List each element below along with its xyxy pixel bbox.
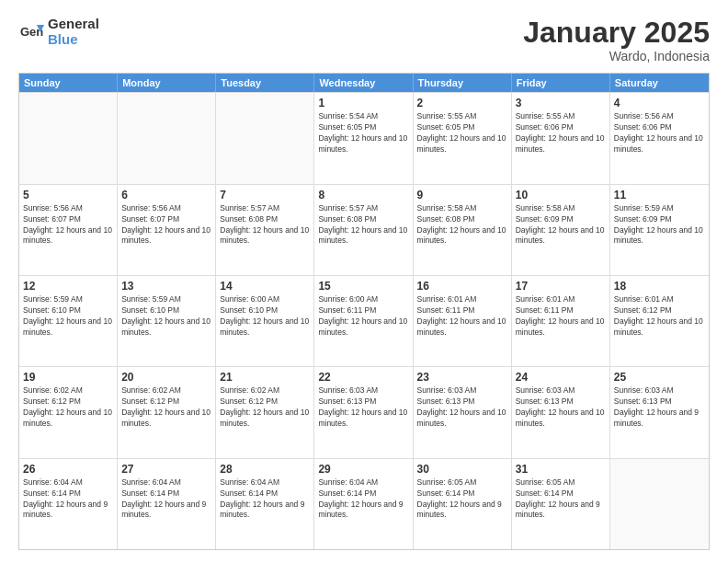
weekday-header: Wednesday [314, 74, 413, 92]
day-number: 16 [417, 279, 507, 293]
day-number: 13 [121, 279, 211, 293]
day-number: 26 [23, 462, 113, 477]
day-info: Sunrise: 6:00 AM Sunset: 6:11 PM Dayligh… [318, 294, 408, 339]
day-cell: 16Sunrise: 6:01 AM Sunset: 6:11 PM Dayli… [414, 276, 512, 366]
calendar-row: 12Sunrise: 5:59 AM Sunset: 6:10 PM Dayli… [19, 275, 709, 366]
day-cell: 23Sunrise: 6:03 AM Sunset: 6:13 PM Dayli… [414, 367, 512, 457]
day-info: Sunrise: 6:01 AM Sunset: 6:11 PM Dayligh… [516, 294, 606, 339]
calendar: SundayMondayTuesdayWednesdayThursdayFrid… [18, 73, 710, 550]
logo-general: General [48, 17, 99, 32]
weekday-header: Thursday [414, 74, 512, 92]
day-number: 6 [121, 188, 211, 202]
day-info: Sunrise: 6:03 AM Sunset: 6:13 PM Dayligh… [417, 385, 507, 430]
empty-cell [610, 459, 709, 549]
day-info: Sunrise: 5:59 AM Sunset: 6:10 PM Dayligh… [121, 294, 211, 339]
day-info: Sunrise: 6:04 AM Sunset: 6:14 PM Dayligh… [318, 477, 408, 522]
day-cell: 25Sunrise: 6:03 AM Sunset: 6:13 PM Dayli… [610, 367, 709, 457]
day-info: Sunrise: 6:04 AM Sunset: 6:14 PM Dayligh… [23, 477, 113, 522]
empty-cell [118, 93, 216, 183]
day-number: 1 [318, 96, 408, 110]
day-cell: 2Sunrise: 5:55 AM Sunset: 6:05 PM Daylig… [414, 93, 512, 183]
day-number: 2 [417, 96, 507, 110]
day-info: Sunrise: 6:02 AM Sunset: 6:12 PM Dayligh… [220, 385, 310, 430]
day-info: Sunrise: 5:57 AM Sunset: 6:08 PM Dayligh… [318, 203, 408, 247]
day-cell: 10Sunrise: 5:58 AM Sunset: 6:09 PM Dayli… [512, 185, 610, 275]
weekday-header: Sunday [19, 74, 118, 92]
day-cell: 29Sunrise: 6:04 AM Sunset: 6:14 PM Dayli… [314, 459, 413, 549]
day-cell: 18Sunrise: 6:01 AM Sunset: 6:12 PM Dayli… [610, 276, 709, 366]
day-info: Sunrise: 5:54 AM Sunset: 6:05 PM Dayligh… [318, 111, 408, 155]
day-cell: 15Sunrise: 6:00 AM Sunset: 6:11 PM Dayli… [314, 276, 413, 366]
day-info: Sunrise: 6:01 AM Sunset: 6:12 PM Dayligh… [614, 294, 705, 339]
day-number: 18 [614, 279, 705, 293]
day-cell: 8Sunrise: 5:57 AM Sunset: 6:08 PM Daylig… [314, 185, 413, 275]
day-number: 27 [121, 462, 211, 477]
day-number: 31 [516, 462, 606, 477]
day-number: 30 [417, 462, 507, 477]
calendar-row: 5Sunrise: 5:56 AM Sunset: 6:07 PM Daylig… [19, 184, 709, 275]
day-number: 14 [220, 279, 310, 293]
day-cell: 24Sunrise: 6:03 AM Sunset: 6:13 PM Dayli… [512, 367, 610, 457]
day-number: 10 [516, 188, 606, 202]
calendar-body: 1Sunrise: 5:54 AM Sunset: 6:05 PM Daylig… [19, 92, 709, 549]
day-number: 23 [417, 370, 507, 385]
day-cell: 27Sunrise: 6:04 AM Sunset: 6:14 PM Dayli… [118, 459, 216, 549]
day-info: Sunrise: 5:56 AM Sunset: 6:06 PM Dayligh… [614, 111, 705, 155]
calendar-row: 26Sunrise: 6:04 AM Sunset: 6:14 PM Dayli… [19, 458, 709, 549]
logo-icon: Gen [18, 19, 44, 45]
day-cell: 19Sunrise: 6:02 AM Sunset: 6:12 PM Dayli… [19, 367, 118, 457]
calendar-row: 19Sunrise: 6:02 AM Sunset: 6:12 PM Dayli… [19, 366, 709, 457]
day-cell: 6Sunrise: 5:56 AM Sunset: 6:07 PM Daylig… [118, 185, 216, 275]
day-cell: 22Sunrise: 6:03 AM Sunset: 6:13 PM Dayli… [314, 367, 413, 457]
weekday-header: Saturday [610, 74, 709, 92]
day-cell: 1Sunrise: 5:54 AM Sunset: 6:05 PM Daylig… [314, 93, 413, 183]
day-info: Sunrise: 5:55 AM Sunset: 6:05 PM Dayligh… [417, 111, 507, 155]
day-number: 17 [516, 279, 606, 293]
day-info: Sunrise: 5:58 AM Sunset: 6:09 PM Dayligh… [516, 203, 606, 247]
day-number: 4 [614, 96, 705, 110]
day-number: 29 [318, 462, 408, 477]
logo-text: General Blue [48, 17, 99, 47]
day-number: 15 [318, 279, 408, 293]
day-info: Sunrise: 6:04 AM Sunset: 6:14 PM Dayligh… [220, 477, 310, 522]
day-number: 28 [220, 462, 310, 477]
empty-cell [216, 93, 314, 183]
day-cell: 14Sunrise: 6:00 AM Sunset: 6:10 PM Dayli… [216, 276, 314, 366]
day-number: 22 [318, 370, 408, 385]
day-cell: 9Sunrise: 5:58 AM Sunset: 6:08 PM Daylig… [414, 185, 512, 275]
day-cell: 4Sunrise: 5:56 AM Sunset: 6:06 PM Daylig… [610, 93, 709, 183]
day-cell: 7Sunrise: 5:57 AM Sunset: 6:08 PM Daylig… [216, 185, 314, 275]
day-cell: 3Sunrise: 5:55 AM Sunset: 6:06 PM Daylig… [512, 93, 610, 183]
day-number: 19 [23, 370, 113, 385]
day-info: Sunrise: 6:02 AM Sunset: 6:12 PM Dayligh… [23, 385, 113, 430]
day-number: 7 [220, 188, 310, 202]
day-info: Sunrise: 6:05 AM Sunset: 6:14 PM Dayligh… [417, 477, 507, 522]
day-cell: 31Sunrise: 6:05 AM Sunset: 6:14 PM Dayli… [512, 459, 610, 549]
day-cell: 12Sunrise: 5:59 AM Sunset: 6:10 PM Dayli… [19, 276, 118, 366]
day-info: Sunrise: 6:03 AM Sunset: 6:13 PM Dayligh… [516, 385, 606, 430]
day-info: Sunrise: 5:57 AM Sunset: 6:08 PM Dayligh… [220, 203, 310, 247]
day-info: Sunrise: 5:55 AM Sunset: 6:06 PM Dayligh… [516, 111, 606, 155]
day-info: Sunrise: 6:03 AM Sunset: 6:13 PM Dayligh… [318, 385, 408, 430]
day-cell: 20Sunrise: 6:02 AM Sunset: 6:12 PM Dayli… [118, 367, 216, 457]
title-block: January 2025 Wardo, Indonesia [523, 17, 710, 63]
day-number: 20 [121, 370, 211, 385]
day-info: Sunrise: 6:04 AM Sunset: 6:14 PM Dayligh… [121, 477, 211, 522]
day-number: 11 [614, 188, 705, 202]
logo-blue: Blue [48, 32, 99, 48]
day-info: Sunrise: 6:03 AM Sunset: 6:13 PM Dayligh… [614, 385, 705, 430]
day-info: Sunrise: 5:59 AM Sunset: 6:10 PM Dayligh… [23, 294, 113, 339]
month-title: January 2025 [523, 17, 710, 49]
day-number: 12 [23, 279, 113, 293]
calendar-header: SundayMondayTuesdayWednesdayThursdayFrid… [19, 74, 709, 92]
day-info: Sunrise: 6:01 AM Sunset: 6:11 PM Dayligh… [417, 294, 507, 339]
page: Gen General Blue January 2025 Wardo, Ind… [0, 0, 728, 563]
day-number: 24 [516, 370, 606, 385]
day-cell: 11Sunrise: 5:59 AM Sunset: 6:09 PM Dayli… [610, 185, 709, 275]
day-cell: 21Sunrise: 6:02 AM Sunset: 6:12 PM Dayli… [216, 367, 314, 457]
day-cell: 13Sunrise: 5:59 AM Sunset: 6:10 PM Dayli… [118, 276, 216, 366]
day-info: Sunrise: 5:56 AM Sunset: 6:07 PM Dayligh… [23, 203, 113, 247]
day-cell: 30Sunrise: 6:05 AM Sunset: 6:14 PM Dayli… [414, 459, 512, 549]
logo: Gen General Blue [18, 17, 99, 47]
day-info: Sunrise: 5:59 AM Sunset: 6:09 PM Dayligh… [614, 203, 705, 247]
